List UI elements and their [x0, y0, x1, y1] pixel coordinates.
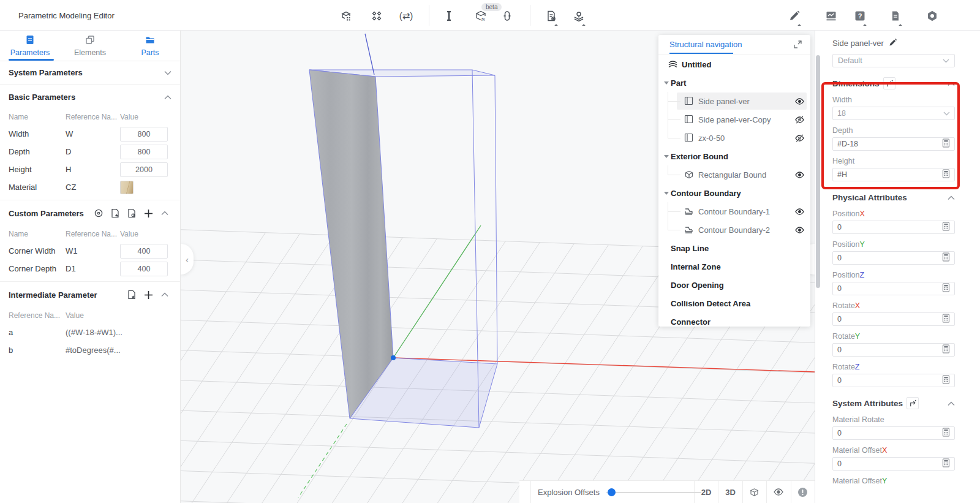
viewport-3d[interactable]: Structural navigation Untitled Part Side… [181, 31, 815, 503]
visibility-toggle[interactable] [766, 481, 790, 503]
formula-calc-icon[interactable] [942, 283, 950, 294]
properties-scrollbar[interactable] [816, 55, 820, 288]
tree-item-contour-boundary-1[interactable]: Contour Boundary-1 [658, 202, 810, 221]
formula-calc-icon[interactable] [942, 428, 950, 439]
chevron-up-icon[interactable] [158, 208, 172, 219]
field-input-width[interactable]: 18 [832, 107, 955, 120]
column-icon[interactable] [442, 9, 456, 23]
group-header-physical-attributes[interactable]: Physical Attributes [832, 191, 955, 203]
tree-item-connector[interactable]: Connector [658, 312, 810, 327]
style-select[interactable]: Default [832, 54, 955, 67]
dropdown-caret[interactable] [582, 24, 586, 28]
field-input-positionx[interactable]: 0 [832, 221, 955, 234]
eye-icon[interactable] [794, 225, 805, 235]
export-file-icon[interactable] [125, 208, 138, 219]
rename-pencil-icon[interactable] [889, 38, 897, 48]
add-parameter-icon[interactable] [141, 208, 155, 219]
tree-item-untitled[interactable]: Untitled [658, 55, 810, 74]
field-input-rotatez[interactable]: 0 [832, 374, 955, 387]
intermediate-parameter-header[interactable]: Intermediate Parameter [0, 282, 180, 308]
tab-parts[interactable]: Parts [120, 31, 180, 61]
tree-item-contour-boundary-2[interactable]: Contour Boundary-2 [658, 221, 810, 239]
formula-calc-icon[interactable] [942, 169, 950, 180]
eye-off-icon[interactable] [794, 133, 805, 143]
formula-calc-icon[interactable] [942, 375, 950, 386]
chevron-up-icon[interactable] [948, 79, 955, 88]
view-3d-button[interactable]: 3D [718, 481, 742, 503]
value-input[interactable]: 400 [120, 244, 168, 259]
formula-calc-icon[interactable] [942, 138, 950, 149]
system-parameters-section[interactable]: System Parameters [0, 61, 180, 85]
material-swatch[interactable] [120, 181, 134, 194]
value-input[interactable]: 2000 [120, 162, 168, 177]
import-file-icon[interactable] [108, 208, 122, 219]
caret-down-icon[interactable] [664, 155, 669, 158]
field-input-rotatex[interactable]: 0 [832, 312, 955, 326]
eye-icon[interactable] [794, 96, 805, 107]
side-panel-mesh[interactable] [309, 70, 393, 418]
dropdown-caret[interactable] [863, 24, 867, 28]
tree-item-contour-boundary[interactable]: Contour Boundary [658, 184, 810, 202]
field-input-material-rotate[interactable]: 0 [832, 426, 955, 440]
dropdown-caret[interactable] [797, 24, 801, 28]
add-parameter-icon[interactable] [141, 289, 155, 300]
eye-icon[interactable] [794, 206, 805, 217]
formula-calc-icon[interactable] [942, 222, 950, 233]
chevron-up-icon[interactable] [948, 193, 955, 202]
warning-button[interactable] [791, 481, 815, 503]
tree-item-door-opening[interactable]: Door Opening [658, 276, 810, 294]
document-gear-icon[interactable] [544, 9, 559, 23]
tree-item-zx-0-50[interactable]: zx-0-50 [658, 129, 810, 147]
tree-item-rectangular-bound[interactable]: Rectangular Bound [658, 165, 810, 184]
tab-elements[interactable]: Elements [60, 31, 120, 61]
tab-parameters[interactable]: Parameters [0, 31, 60, 61]
pattern-icon[interactable] [369, 9, 384, 23]
settings-nut-icon[interactable] [925, 9, 940, 23]
chevron-down-icon[interactable] [164, 68, 172, 77]
formula-calc-icon[interactable] [942, 252, 950, 263]
swap-arrows-icon[interactable]: (⇄) [399, 9, 413, 23]
field-input-positionz[interactable]: 0 [832, 282, 955, 295]
tree-item-exterior-bound[interactable]: Exterior Bound [658, 147, 810, 165]
link-icon[interactable] [500, 9, 514, 23]
dropdown-caret[interactable] [899, 24, 902, 28]
tree-item-side-panel-ver[interactable]: Side panel-ver [658, 92, 810, 110]
eye-icon[interactable] [794, 170, 805, 180]
field-input-positiony[interactable]: 0 [832, 251, 955, 265]
formula-calc-icon[interactable] [942, 314, 950, 325]
explosion-slider-thumb[interactable] [608, 488, 616, 496]
model-cube-icon[interactable] [339, 9, 353, 23]
basic-parameters-header[interactable]: Basic Parameters [0, 85, 180, 109]
layers-pin-icon[interactable] [571, 9, 586, 23]
caret-down-icon[interactable] [664, 192, 669, 195]
import-file-icon[interactable] [125, 289, 138, 300]
value-input[interactable]: 400 [120, 262, 168, 276]
link-param-icon[interactable] [883, 77, 895, 89]
field-input-depth[interactable]: #D-18 [832, 137, 955, 151]
caret-down-icon[interactable] [664, 81, 669, 85]
chevron-up-icon[interactable] [948, 399, 955, 408]
field-input-height[interactable]: #H [832, 168, 955, 181]
custom-parameters-header[interactable]: Custom Parameters [0, 200, 180, 226]
dropdown-caret[interactable] [554, 24, 558, 28]
pencil-icon[interactable] [787, 9, 802, 23]
document-icon[interactable] [888, 9, 903, 23]
tree-item-collision-detect-area[interactable]: Collision Detect Area [658, 294, 810, 312]
group-header-system-attributes[interactable]: System Attributes [832, 397, 955, 409]
link-param-icon[interactable] [907, 397, 919, 409]
group-header-dimensions[interactable]: Dimensions [832, 77, 955, 89]
chevron-up-icon[interactable] [158, 289, 172, 300]
tree-item-side-panel-ver-copy[interactable]: Side panel-ver-Copy [658, 110, 810, 129]
expand-panel-icon[interactable] [793, 40, 803, 50]
tree-item-internal-zone[interactable]: Internal Zone [658, 257, 810, 276]
nut-circle-icon[interactable] [92, 208, 105, 219]
explosion-slider-track[interactable] [606, 492, 701, 493]
field-input-material-offsetx[interactable]: 0 [832, 457, 955, 471]
eye-off-icon[interactable] [794, 115, 805, 125]
chevron-up-icon[interactable] [164, 93, 172, 102]
tree-item-part[interactable]: Part [658, 74, 810, 92]
monitor-chart-icon[interactable] [824, 9, 839, 23]
tree-item-snap-line[interactable]: Snap Line [658, 239, 810, 257]
value-input[interactable]: 800 [120, 145, 168, 159]
help-icon[interactable]: ? [853, 9, 867, 23]
